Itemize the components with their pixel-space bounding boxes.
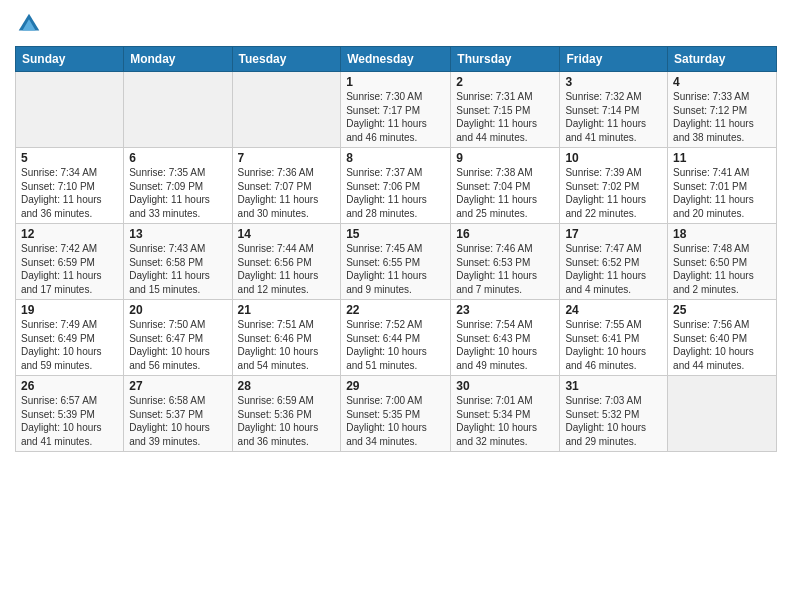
day-number: 12 <box>21 227 118 241</box>
day-number: 2 <box>456 75 554 89</box>
calendar-week-row: 19Sunrise: 7:49 AM Sunset: 6:49 PM Dayli… <box>16 300 777 376</box>
calendar-cell: 4Sunrise: 7:33 AM Sunset: 7:12 PM Daylig… <box>668 72 777 148</box>
day-info: Sunrise: 7:03 AM Sunset: 5:32 PM Dayligh… <box>565 394 662 448</box>
calendar-cell: 11Sunrise: 7:41 AM Sunset: 7:01 PM Dayli… <box>668 148 777 224</box>
day-info: Sunrise: 7:51 AM Sunset: 6:46 PM Dayligh… <box>238 318 336 372</box>
day-info: Sunrise: 6:59 AM Sunset: 5:36 PM Dayligh… <box>238 394 336 448</box>
day-number: 25 <box>673 303 771 317</box>
calendar-cell <box>668 376 777 452</box>
calendar-cell: 31Sunrise: 7:03 AM Sunset: 5:32 PM Dayli… <box>560 376 668 452</box>
day-number: 8 <box>346 151 445 165</box>
day-number: 11 <box>673 151 771 165</box>
day-number: 23 <box>456 303 554 317</box>
day-number: 5 <box>21 151 118 165</box>
calendar-week-row: 12Sunrise: 7:42 AM Sunset: 6:59 PM Dayli… <box>16 224 777 300</box>
day-number: 30 <box>456 379 554 393</box>
day-info: Sunrise: 7:37 AM Sunset: 7:06 PM Dayligh… <box>346 166 445 220</box>
calendar-cell: 18Sunrise: 7:48 AM Sunset: 6:50 PM Dayli… <box>668 224 777 300</box>
weekday-header: Monday <box>124 47 232 72</box>
day-info: Sunrise: 7:48 AM Sunset: 6:50 PM Dayligh… <box>673 242 771 296</box>
day-info: Sunrise: 7:38 AM Sunset: 7:04 PM Dayligh… <box>456 166 554 220</box>
day-number: 18 <box>673 227 771 241</box>
page: SundayMondayTuesdayWednesdayThursdayFrid… <box>0 0 792 612</box>
calendar-cell: 22Sunrise: 7:52 AM Sunset: 6:44 PM Dayli… <box>341 300 451 376</box>
day-number: 28 <box>238 379 336 393</box>
calendar-cell <box>16 72 124 148</box>
day-number: 15 <box>346 227 445 241</box>
calendar-week-row: 1Sunrise: 7:30 AM Sunset: 7:17 PM Daylig… <box>16 72 777 148</box>
calendar-cell: 24Sunrise: 7:55 AM Sunset: 6:41 PM Dayli… <box>560 300 668 376</box>
calendar-week-row: 26Sunrise: 6:57 AM Sunset: 5:39 PM Dayli… <box>16 376 777 452</box>
day-number: 24 <box>565 303 662 317</box>
day-number: 4 <box>673 75 771 89</box>
day-info: Sunrise: 7:46 AM Sunset: 6:53 PM Dayligh… <box>456 242 554 296</box>
day-number: 9 <box>456 151 554 165</box>
calendar-table: SundayMondayTuesdayWednesdayThursdayFrid… <box>15 46 777 452</box>
day-number: 10 <box>565 151 662 165</box>
day-info: Sunrise: 7:39 AM Sunset: 7:02 PM Dayligh… <box>565 166 662 220</box>
day-number: 14 <box>238 227 336 241</box>
day-info: Sunrise: 7:30 AM Sunset: 7:17 PM Dayligh… <box>346 90 445 144</box>
calendar-cell: 16Sunrise: 7:46 AM Sunset: 6:53 PM Dayli… <box>451 224 560 300</box>
day-info: Sunrise: 7:55 AM Sunset: 6:41 PM Dayligh… <box>565 318 662 372</box>
calendar-cell: 1Sunrise: 7:30 AM Sunset: 7:17 PM Daylig… <box>341 72 451 148</box>
calendar-cell: 20Sunrise: 7:50 AM Sunset: 6:47 PM Dayli… <box>124 300 232 376</box>
day-number: 20 <box>129 303 226 317</box>
calendar-cell: 13Sunrise: 7:43 AM Sunset: 6:58 PM Dayli… <box>124 224 232 300</box>
day-info: Sunrise: 7:42 AM Sunset: 6:59 PM Dayligh… <box>21 242 118 296</box>
day-number: 17 <box>565 227 662 241</box>
weekday-header: Saturday <box>668 47 777 72</box>
calendar-cell: 14Sunrise: 7:44 AM Sunset: 6:56 PM Dayli… <box>232 224 341 300</box>
weekday-header: Tuesday <box>232 47 341 72</box>
day-number: 6 <box>129 151 226 165</box>
day-number: 22 <box>346 303 445 317</box>
day-info: Sunrise: 7:00 AM Sunset: 5:35 PM Dayligh… <box>346 394 445 448</box>
day-number: 21 <box>238 303 336 317</box>
calendar-cell: 12Sunrise: 7:42 AM Sunset: 6:59 PM Dayli… <box>16 224 124 300</box>
calendar-cell: 30Sunrise: 7:01 AM Sunset: 5:34 PM Dayli… <box>451 376 560 452</box>
day-number: 1 <box>346 75 445 89</box>
calendar-cell: 2Sunrise: 7:31 AM Sunset: 7:15 PM Daylig… <box>451 72 560 148</box>
calendar-cell: 19Sunrise: 7:49 AM Sunset: 6:49 PM Dayli… <box>16 300 124 376</box>
weekday-header: Sunday <box>16 47 124 72</box>
day-info: Sunrise: 6:58 AM Sunset: 5:37 PM Dayligh… <box>129 394 226 448</box>
day-info: Sunrise: 7:36 AM Sunset: 7:07 PM Dayligh… <box>238 166 336 220</box>
calendar-cell: 28Sunrise: 6:59 AM Sunset: 5:36 PM Dayli… <box>232 376 341 452</box>
weekday-header-row: SundayMondayTuesdayWednesdayThursdayFrid… <box>16 47 777 72</box>
day-info: Sunrise: 7:33 AM Sunset: 7:12 PM Dayligh… <box>673 90 771 144</box>
logo-icon <box>15 10 43 38</box>
day-number: 16 <box>456 227 554 241</box>
day-number: 27 <box>129 379 226 393</box>
day-info: Sunrise: 7:45 AM Sunset: 6:55 PM Dayligh… <box>346 242 445 296</box>
calendar-cell: 8Sunrise: 7:37 AM Sunset: 7:06 PM Daylig… <box>341 148 451 224</box>
calendar-cell: 9Sunrise: 7:38 AM Sunset: 7:04 PM Daylig… <box>451 148 560 224</box>
day-info: Sunrise: 7:49 AM Sunset: 6:49 PM Dayligh… <box>21 318 118 372</box>
calendar-cell <box>232 72 341 148</box>
calendar-cell: 26Sunrise: 6:57 AM Sunset: 5:39 PM Dayli… <box>16 376 124 452</box>
calendar-cell: 7Sunrise: 7:36 AM Sunset: 7:07 PM Daylig… <box>232 148 341 224</box>
day-number: 26 <box>21 379 118 393</box>
day-info: Sunrise: 7:54 AM Sunset: 6:43 PM Dayligh… <box>456 318 554 372</box>
day-number: 7 <box>238 151 336 165</box>
header <box>15 10 777 38</box>
calendar-cell: 10Sunrise: 7:39 AM Sunset: 7:02 PM Dayli… <box>560 148 668 224</box>
day-number: 31 <box>565 379 662 393</box>
logo <box>15 10 47 38</box>
calendar-cell: 6Sunrise: 7:35 AM Sunset: 7:09 PM Daylig… <box>124 148 232 224</box>
calendar-week-row: 5Sunrise: 7:34 AM Sunset: 7:10 PM Daylig… <box>16 148 777 224</box>
weekday-header: Thursday <box>451 47 560 72</box>
day-info: Sunrise: 7:52 AM Sunset: 6:44 PM Dayligh… <box>346 318 445 372</box>
calendar-cell: 17Sunrise: 7:47 AM Sunset: 6:52 PM Dayli… <box>560 224 668 300</box>
day-info: Sunrise: 7:34 AM Sunset: 7:10 PM Dayligh… <box>21 166 118 220</box>
calendar-cell: 29Sunrise: 7:00 AM Sunset: 5:35 PM Dayli… <box>341 376 451 452</box>
day-info: Sunrise: 7:50 AM Sunset: 6:47 PM Dayligh… <box>129 318 226 372</box>
calendar-cell: 25Sunrise: 7:56 AM Sunset: 6:40 PM Dayli… <box>668 300 777 376</box>
calendar-cell: 3Sunrise: 7:32 AM Sunset: 7:14 PM Daylig… <box>560 72 668 148</box>
day-info: Sunrise: 7:43 AM Sunset: 6:58 PM Dayligh… <box>129 242 226 296</box>
calendar-cell: 23Sunrise: 7:54 AM Sunset: 6:43 PM Dayli… <box>451 300 560 376</box>
day-info: Sunrise: 7:35 AM Sunset: 7:09 PM Dayligh… <box>129 166 226 220</box>
calendar-cell: 15Sunrise: 7:45 AM Sunset: 6:55 PM Dayli… <box>341 224 451 300</box>
day-number: 13 <box>129 227 226 241</box>
day-info: Sunrise: 7:47 AM Sunset: 6:52 PM Dayligh… <box>565 242 662 296</box>
day-info: Sunrise: 7:44 AM Sunset: 6:56 PM Dayligh… <box>238 242 336 296</box>
